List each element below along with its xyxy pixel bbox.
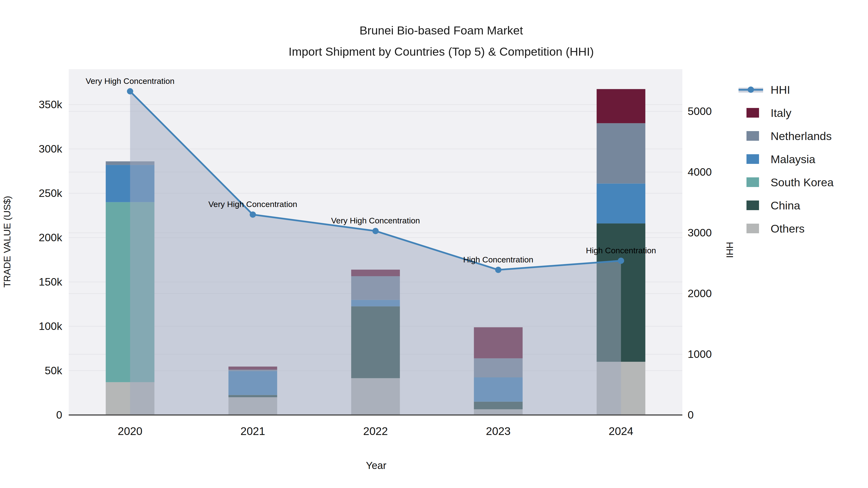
chart-canvas: Brunei Bio-based Foam Market Import Ship… [0,0,868,488]
y-left-tick-150k: 150k [38,276,62,288]
legend-label-hhi: HHI [771,83,790,96]
y-left-tick-50k: 50k [44,364,62,377]
legend-item-italy: Italy [738,101,868,124]
bar-segment-netherlands-2024 [597,123,646,184]
y-left-tick-250k: 250k [38,187,62,199]
legend-label-others: Others [771,222,805,235]
legend-item-hhi: HHI [738,78,868,101]
y-right-tick-4000: 4000 [688,166,712,178]
legend-label-south-korea: South Korea [771,176,834,189]
y-axis-title-left: TRADE VALUE (US$) [2,196,12,288]
y-right-tick-3000: 3000 [688,227,712,239]
hhi-marker-2020 [127,88,133,94]
legend-label-netherlands: Netherlands [771,129,832,143]
bar-segment-italy-2024 [597,89,646,123]
x-tick-2020: 2020 [118,425,142,437]
x-tick-2023: 2023 [486,425,510,437]
y-right-tick-2000: 2000 [688,287,712,300]
y-left-tick-350k: 350k [38,98,62,111]
legend-item-china: China [738,194,868,217]
legend-item-netherlands: Netherlands [738,124,868,148]
legend-label-italy: Italy [771,106,791,120]
y-right-tick-1000: 1000 [688,348,712,360]
legend-item-malaysia: Malaysia [738,148,868,171]
y-left-tick-0: 0 [56,409,62,421]
annotation-2022: Very High Concentration [331,216,420,225]
legend-hhi-marker-swatch [748,87,754,93]
y-left-tick-200k: 200k [38,231,62,244]
legend-swatch-south-korea [746,177,759,187]
y-left-tick-100k: 100k [38,320,62,332]
x-axis-title: Year [366,460,386,471]
hhi-marker-2022 [373,228,379,234]
annotation-2023: High Concentration [463,255,533,264]
legend-item-south-korea: South Korea [738,171,868,194]
x-tick-2022: 2022 [363,425,388,437]
annotation-2021: Very High Concentration [208,199,297,209]
plot-area [0,0,868,488]
y-left-tick-300k: 300k [38,143,62,155]
x-tick-2021: 2021 [240,425,265,437]
legend-label-china: China [771,199,800,212]
hhi-marker-2021 [250,212,256,218]
y-right-tick-5000: 5000 [688,105,712,118]
x-tick-2024: 2024 [609,425,633,437]
legend-swatch-italy [746,108,759,118]
legend-label-malaysia: Malaysia [771,153,815,166]
hhi-marker-2023 [495,267,501,273]
y-right-tick-0: 0 [688,409,694,421]
legend-hhi-line-sample [739,85,763,94]
legend-swatch-china [746,200,759,210]
annotation-2024: High Concentration [586,246,656,255]
hhi-marker-2024 [618,258,624,264]
bar-segment-malaysia-2024 [597,184,646,224]
legend-swatch-netherlands [746,131,759,141]
legend-swatch-malaysia [746,154,759,164]
legend-swatch-others [746,224,759,233]
legend-item-others: Others [738,217,868,240]
y-axis-title-right: HHI [724,242,735,258]
annotation-2020: Very High Concentration [86,76,175,86]
